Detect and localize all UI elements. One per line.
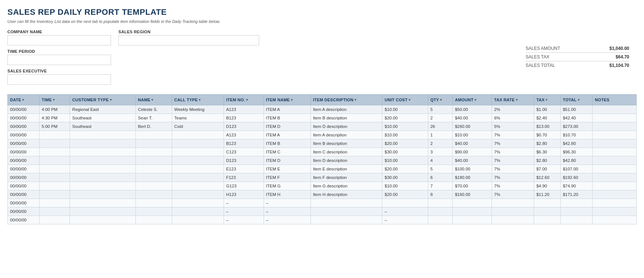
table-cell xyxy=(593,139,637,148)
table-cell: $260.00 xyxy=(453,122,492,131)
table-cell: 26 xyxy=(428,122,452,131)
table-cell: – xyxy=(224,199,264,207)
col-qty: QTY ▾ xyxy=(428,95,452,105)
col-customer-type: CUSTOMER TYPE ▾ xyxy=(70,95,135,105)
table-cell xyxy=(70,190,135,199)
table-cell xyxy=(453,207,492,216)
exec-input[interactable] xyxy=(7,74,111,85)
date-dropdown-icon[interactable]: ▾ xyxy=(22,98,24,102)
table-cell: ITEM B xyxy=(264,139,311,148)
table-cell xyxy=(593,216,637,224)
table-cell: 00/00/00 xyxy=(8,173,40,182)
table-cell xyxy=(70,207,135,216)
table-cell: Item B description xyxy=(311,114,382,122)
item-desc-dropdown-icon[interactable]: ▾ xyxy=(355,98,356,102)
table-row: 00/00/00A123ITEM AItem A description$10.… xyxy=(8,131,637,139)
table-cell xyxy=(135,156,172,165)
table-cell xyxy=(382,199,428,207)
col-tax: TAX ▾ xyxy=(534,95,560,105)
table-cell xyxy=(311,199,382,207)
table-cell: 00/00/00 xyxy=(8,207,40,216)
sales-tax-label: SALES TAX xyxy=(526,54,549,60)
table-cell: D123 xyxy=(224,156,264,165)
col-date: DATE ▾ xyxy=(8,95,40,105)
table-cell: $171.20 xyxy=(560,190,593,199)
table-cell: $160.00 xyxy=(453,190,492,199)
qty-dropdown-icon[interactable]: ▾ xyxy=(440,98,442,102)
name-dropdown-icon[interactable]: ▾ xyxy=(151,98,153,102)
table-cell: – xyxy=(264,199,311,207)
table-cell: 4:00 PM xyxy=(39,105,70,114)
table-cell: $51.00 xyxy=(560,105,593,114)
table-cell xyxy=(39,156,70,165)
total-dropdown-icon[interactable]: ▾ xyxy=(578,98,580,102)
table-cell xyxy=(39,207,70,216)
table-cell: $6.30 xyxy=(534,148,560,156)
table-cell: B123 xyxy=(224,139,264,148)
tax-rate-dropdown-icon[interactable]: ▾ xyxy=(516,98,518,102)
table-cell: 00/00/00 xyxy=(8,156,40,165)
table-cell: Item F description xyxy=(311,173,382,182)
table-cell: 7% xyxy=(492,173,534,182)
company-input[interactable] xyxy=(7,35,111,45)
table-cell: Item A description xyxy=(311,105,382,114)
table-cell xyxy=(172,207,224,216)
table-cell: 5 xyxy=(428,165,452,173)
table-cell xyxy=(172,131,224,139)
table-cell: 00/00/00 xyxy=(8,199,40,207)
table-cell: Celeste S. xyxy=(135,105,172,114)
table-cell: $10.70 xyxy=(560,131,593,139)
table-cell: E123 xyxy=(224,165,264,173)
item-no-dropdown-icon[interactable]: ▾ xyxy=(246,98,248,102)
table-cell xyxy=(593,122,637,131)
table-cell: 7% xyxy=(492,165,534,173)
table-cell: 5% xyxy=(492,122,534,131)
table-cell xyxy=(135,216,172,224)
table-cell xyxy=(172,148,224,156)
table-cell: $10.00 xyxy=(382,131,428,139)
table-cell xyxy=(39,148,70,156)
unit-cost-dropdown-icon[interactable]: ▾ xyxy=(409,98,410,102)
exec-label: SALES EXECUTIVE xyxy=(7,69,111,73)
item-name-dropdown-icon[interactable]: ▾ xyxy=(291,98,293,102)
tax-dropdown-icon[interactable]: ▾ xyxy=(546,98,547,102)
table-row: 00/00/00F123ITEM FItem F description$30.… xyxy=(8,173,637,182)
table-cell xyxy=(492,207,534,216)
table-cell: ITEM F xyxy=(264,173,311,182)
table-cell: $12.60 xyxy=(534,173,560,182)
period-input[interactable] xyxy=(7,55,111,65)
call-type-dropdown-icon[interactable]: ▾ xyxy=(199,98,201,102)
table-cell: $107.00 xyxy=(560,165,593,173)
table-cell: ITEM C xyxy=(264,148,311,156)
table-cell xyxy=(135,131,172,139)
table-cell xyxy=(593,165,637,173)
table-row: 00/00/00C123ITEM CItem C description$30.… xyxy=(8,148,637,156)
table-cell: $273.00 xyxy=(560,122,593,131)
table-cell: 7% xyxy=(492,131,534,139)
col-item-name: ITEM NAME ▾ xyxy=(264,95,311,105)
table-cell: G123 xyxy=(224,182,264,190)
table-cell xyxy=(39,199,70,207)
customer-type-dropdown-icon[interactable]: ▾ xyxy=(110,98,112,102)
table-cell: 00/00/00 xyxy=(8,148,40,156)
table-cell xyxy=(172,139,224,148)
table-cell xyxy=(39,216,70,224)
table-cell: 7% xyxy=(492,156,534,165)
table-cell: Item E description xyxy=(311,165,382,173)
table-cell: 00/00/00 xyxy=(8,190,40,199)
table-cell: $10.00 xyxy=(453,131,492,139)
table-cell: Item D description xyxy=(311,156,382,165)
table-cell: 2 xyxy=(428,114,452,122)
table-cell xyxy=(172,199,224,207)
sales-amount-value: $1,040.00 xyxy=(610,46,629,51)
table-row: 00/00/00––– xyxy=(8,207,637,216)
time-dropdown-icon[interactable]: ▾ xyxy=(53,98,55,102)
sales-total-label: SALES TOTAL xyxy=(526,63,555,68)
region-input[interactable] xyxy=(118,35,259,45)
col-item-desc: ITEM DESCRIPTION ▾ xyxy=(311,95,382,105)
table-cell xyxy=(492,199,534,207)
sales-amount-label: SALES AMOUNT xyxy=(526,46,560,51)
table-cell xyxy=(428,207,452,216)
amount-dropdown-icon[interactable]: ▾ xyxy=(474,98,476,102)
table-cell xyxy=(39,173,70,182)
